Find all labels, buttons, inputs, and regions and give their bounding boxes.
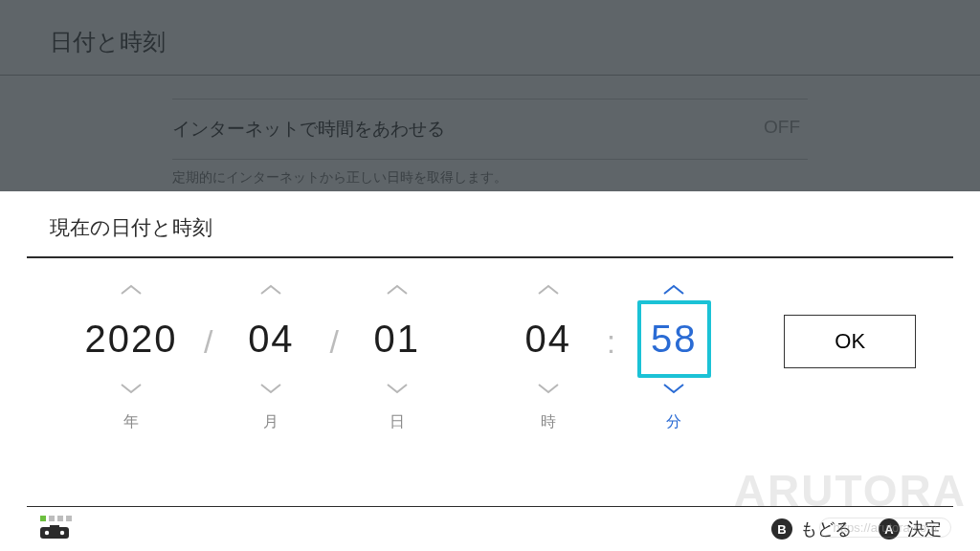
ok-button[interactable]: OK [784, 315, 916, 368]
chevron-down-icon[interactable] [535, 378, 562, 399]
confirm-hint: A 決定 [879, 518, 942, 540]
spinner-month-label: 月 [263, 412, 278, 432]
svg-point-3 [60, 531, 64, 535]
controller-indicator [38, 516, 72, 542]
chevron-up-icon[interactable] [257, 279, 284, 300]
spinner-year-value: 2020 [74, 300, 189, 378]
svg-point-2 [45, 531, 49, 535]
b-button-icon: B [771, 518, 792, 540]
chevron-down-icon[interactable] [257, 378, 284, 399]
spinner-minute[interactable]: 58 分 [621, 279, 726, 432]
date-separator: / [323, 323, 344, 361]
confirm-label: 決定 [907, 518, 942, 540]
spinner-month[interactable]: 04 月 [218, 279, 323, 432]
svg-rect-1 [50, 525, 59, 529]
chevron-up-icon[interactable] [384, 279, 411, 300]
player-dots [40, 516, 72, 521]
spinner-minute-label: 分 [666, 412, 681, 432]
back-hint: B もどる [771, 518, 852, 540]
spinner-month-value: 04 [236, 300, 305, 378]
back-label: もどる [800, 518, 852, 540]
internet-time-value: OFF [764, 117, 800, 142]
spinner-day-label: 日 [390, 412, 405, 432]
time-separator: : [601, 323, 621, 361]
spinner-hour-value: 04 [514, 300, 583, 378]
chevron-down-icon[interactable] [660, 378, 687, 399]
spinner-day[interactable]: 01 日 [345, 279, 450, 432]
spinner-year-label: 年 [123, 412, 139, 432]
modal-divider [27, 256, 953, 258]
spinner-row: 2020 年 / 04 月 / 01 [0, 279, 980, 432]
modal-title: 現在の日付と時刻 [0, 191, 980, 256]
chevron-down-icon[interactable] [384, 378, 411, 399]
page-title: 日付と時刻 [0, 0, 980, 76]
controller-icon [38, 523, 72, 542]
chevron-up-icon[interactable] [660, 279, 687, 300]
spinner-hour-label: 時 [541, 412, 556, 432]
chevron-down-icon[interactable] [118, 378, 145, 399]
spinner-hour[interactable]: 04 時 [496, 279, 601, 432]
spinner-day-value: 01 [363, 300, 432, 378]
chevron-up-icon[interactable] [535, 279, 562, 300]
internet-time-label: インターネットで時間をあわせる [172, 117, 445, 142]
spinner-minute-value: 58 [637, 300, 711, 378]
chevron-up-icon[interactable] [118, 279, 145, 300]
internet-time-helper: 定期的にインターネットから正しい日時を取得します。 [172, 169, 808, 187]
datetime-modal: 現在の日付と時刻 2020 年 / 04 月 / [0, 191, 980, 551]
internet-time-toggle-row: インターネットで時間をあわせる OFF [172, 99, 808, 160]
button-hints: B もどる A 決定 [771, 518, 942, 540]
a-button-icon: A [879, 518, 900, 540]
date-separator: / [198, 323, 218, 361]
background-settings-panel: 日付と時刻 インターネットで時間をあわせる OFF 定期的にインターネットから正… [0, 0, 980, 191]
bottom-bar: B もどる A 決定 [0, 507, 980, 551]
spinner-year[interactable]: 2020 年 [64, 279, 198, 432]
